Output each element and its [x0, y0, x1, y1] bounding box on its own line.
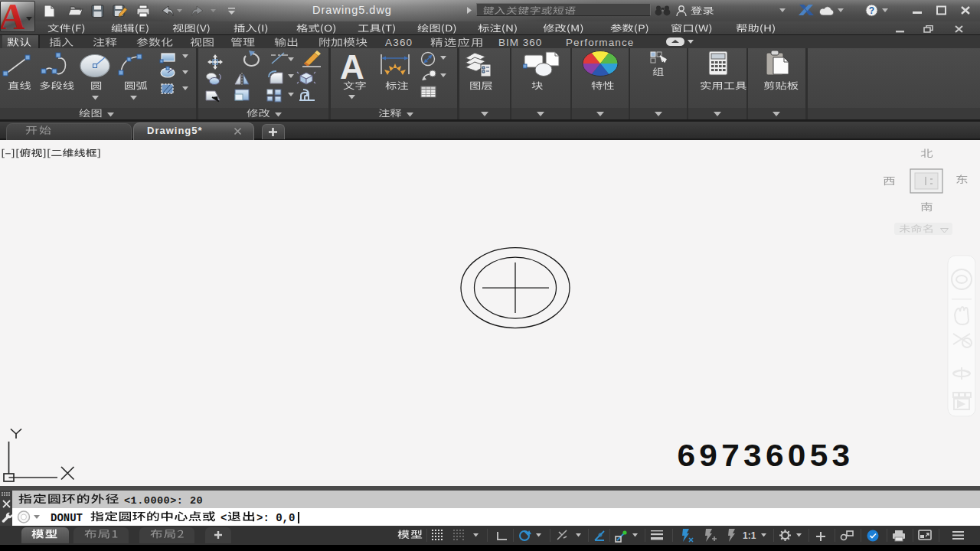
svg-text:DONUT: DONUT: [51, 512, 83, 524]
svg-text:<: <: [220, 512, 227, 524]
svg-text:>: 0,0: >: 0,0: [256, 512, 295, 524]
svg-text:<1.0000>: 20: <1.0000>: 20: [124, 495, 203, 507]
svg-text:1:1: 1:1: [743, 530, 756, 541]
svg-text:A: A: [340, 48, 364, 86]
svg-text:A: A: [1, 2, 27, 31]
svg-text:?: ?: [869, 5, 874, 16]
